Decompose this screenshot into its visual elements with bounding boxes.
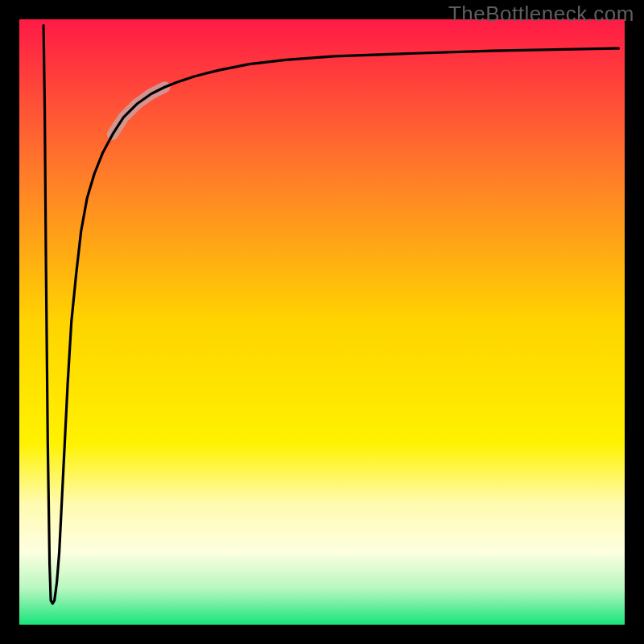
chart-container: TheBottleneck.com	[0, 0, 644, 644]
plot-background	[19, 19, 625, 625]
bottleneck-chart	[0, 0, 644, 644]
watermark-text: TheBottleneck.com	[448, 2, 634, 27]
